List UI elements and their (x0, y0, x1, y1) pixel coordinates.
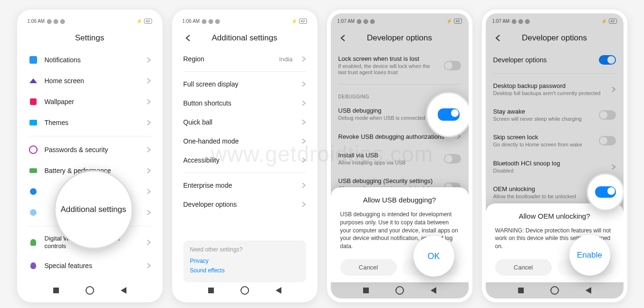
chevron-right-icon (301, 157, 306, 164)
notifications-icon (29, 56, 37, 64)
toggle-oem-unlocking[interactable] (595, 186, 616, 198)
chevron-right-icon (146, 262, 151, 269)
toggle-skip-lock[interactable] (599, 136, 616, 145)
row-developer-options[interactable]: Developer options (183, 195, 306, 214)
header: Settings (21, 29, 159, 49)
status-bar: 1:06 AM⬤ ⬤ ⬤ ⚡42 (21, 13, 159, 29)
nav-recents[interactable] (363, 288, 369, 293)
chevron-right-icon (146, 77, 151, 84)
toggle-usb-debugging[interactable] (438, 108, 460, 121)
dialog-title: Allow USB debugging? (340, 196, 459, 204)
chevron-right-icon (146, 98, 151, 105)
ok-button-highlight[interactable]: OK (427, 251, 440, 261)
back-button[interactable] (337, 32, 349, 44)
toggle-lockscreen[interactable] (444, 61, 461, 70)
row-skip-lock[interactable]: Skip screen lock Go directly to Home scr… (493, 128, 616, 154)
header: Developer options (331, 29, 469, 49)
row-button-shortcuts[interactable]: Button shortcuts (183, 94, 306, 113)
phone-settings: 1:06 AM⬤ ⬤ ⬤ ⚡42 Settings Notifications … (17, 10, 163, 302)
chevron-right-icon (146, 119, 151, 126)
settings-row-home[interactable]: Home screen (29, 70, 151, 91)
highlight-oem-toggle (586, 173, 625, 211)
nav-home[interactable] (550, 286, 559, 295)
footer-suggestions: Need other settings? Privacy Sound effec… (183, 241, 306, 282)
settings-row-special[interactable]: Special features (29, 255, 151, 276)
link-privacy[interactable]: Privacy (190, 258, 299, 264)
status-time: 1:06 AM (183, 19, 200, 24)
nav-recents[interactable] (53, 288, 59, 293)
enable-button-highlight[interactable]: Enable (577, 250, 602, 260)
toggle-stay-awake[interactable] (599, 110, 616, 120)
status-bar: 1:06 AM⬤ ⬤ ⬤ ⚡42 (176, 13, 314, 29)
toggle-dev-options[interactable] (599, 55, 616, 65)
chevron-right-icon (146, 209, 151, 216)
settings-row-security[interactable]: Passwords & security (29, 139, 151, 160)
highlight-usb-toggle (426, 92, 471, 137)
chevron-right-icon (301, 182, 306, 189)
row-enterprise[interactable]: Enterprise mode (183, 176, 306, 195)
chevron-right-icon (301, 100, 306, 106)
nav-back[interactable] (121, 287, 126, 294)
row-one-handed[interactable]: One-handed mode (183, 132, 306, 151)
chevron-right-icon (301, 201, 306, 208)
row-dev-options-master[interactable]: Developer options (493, 49, 616, 70)
home-icon (29, 78, 37, 83)
row-install-usb[interactable]: Install via USB Allow installing apps vi… (338, 146, 461, 172)
phone-dev-oem: 1:07 AM⬤ ⬤ ⬤ ⚡42 Developer options Devel… (482, 10, 627, 302)
toggle-install-usb[interactable] (444, 154, 461, 164)
chevron-right-icon (146, 57, 151, 63)
nav-bar (331, 282, 469, 298)
nav-recents[interactable] (518, 288, 524, 293)
settings-row-wallpaper[interactable]: Wallpaper (29, 91, 151, 112)
status-bar: 1:07 AM⬤ ⬤ ⬤ ⚡42 (331, 13, 469, 29)
chevron-right-icon (301, 56, 306, 62)
chevron-right-icon (146, 239, 151, 246)
nav-back[interactable] (276, 287, 281, 294)
cancel-button[interactable]: Cancel (340, 259, 397, 276)
security-icon (29, 145, 38, 154)
row-stay-awake[interactable]: Stay awake Screen will never sleep while… (493, 102, 616, 128)
nav-back[interactable] (586, 287, 591, 294)
nav-home[interactable] (395, 286, 404, 295)
settings-row-themes[interactable]: Themes (29, 112, 151, 133)
page-title: Developer options (493, 33, 616, 43)
nav-bar (486, 282, 624, 298)
gear-icon (30, 188, 37, 195)
nav-home[interactable] (240, 286, 249, 295)
region-value: India (279, 56, 292, 63)
chevron-right-icon (146, 188, 151, 195)
chevron-right-icon (301, 81, 306, 87)
page-title: Additional settings (183, 33, 306, 43)
nav-bar (21, 282, 159, 298)
link-sound-effects[interactable]: Sound effects (190, 267, 299, 274)
themes-icon (29, 120, 37, 125)
battery-icon (29, 168, 37, 173)
cancel-button[interactable]: Cancel (495, 259, 552, 276)
row-desktop-backup[interactable]: Desktop backup password Desktop full bac… (493, 77, 616, 102)
settings-row-notifications[interactable]: Notifications (29, 49, 151, 70)
wallpaper-icon (30, 98, 37, 105)
back-button[interactable] (183, 32, 194, 44)
row-accessibility[interactable]: Accessibility (183, 151, 306, 170)
nav-back[interactable] (431, 287, 436, 294)
dialog-title: Allow OEM unlocking? (495, 212, 614, 220)
header: Developer options (486, 29, 624, 49)
row-lockscreen-trust[interactable]: Lock screen when trust is lost If enable… (338, 49, 461, 81)
header: Additional settings (176, 29, 314, 49)
phone-dev-usb: 1:07 AM⬤ ⬤ ⬤ ⚡42 Developer options Lock … (327, 10, 472, 302)
status-time: 1:07 AM (337, 19, 355, 24)
nav-recents[interactable] (208, 288, 214, 293)
row-quick-ball[interactable]: Quick ball (183, 113, 306, 132)
row-fullscreen[interactable]: Full screen display (183, 75, 306, 94)
status-time: 1:06 AM (28, 19, 45, 24)
status-bar: 1:07 AM⬤ ⬤ ⬤ ⚡42 (486, 13, 624, 29)
chevron-right-icon (301, 119, 306, 125)
page-title: Settings (29, 33, 151, 43)
row-region[interactable]: Region India (183, 49, 306, 68)
phone-additional-settings: 1:06 AM⬤ ⬤ ⬤ ⚡42 Additional settings Reg… (172, 10, 317, 302)
highlight-ok-button: OK (413, 236, 454, 277)
nav-home[interactable] (86, 286, 94, 295)
back-button[interactable] (492, 32, 504, 44)
nav-bar (176, 282, 314, 298)
special-icon (30, 262, 36, 269)
